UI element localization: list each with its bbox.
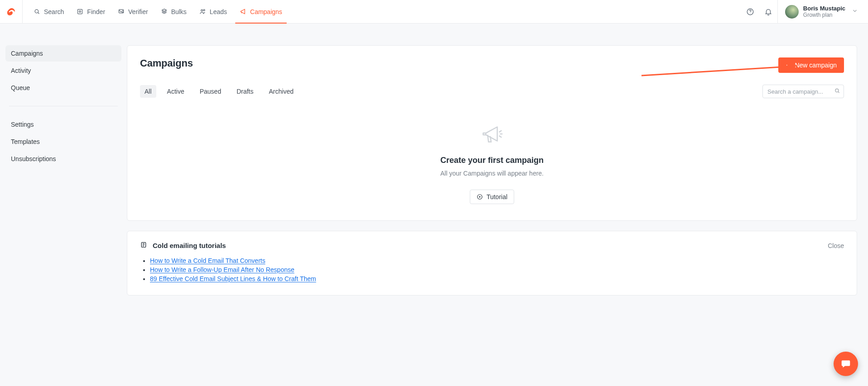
notifications-button[interactable]	[759, 0, 777, 23]
leads-icon	[199, 8, 206, 15]
list-item: How to Write a Cold Email That Converts	[150, 257, 844, 264]
svg-rect-2	[78, 10, 82, 14]
app-logo[interactable]	[0, 0, 23, 23]
sidebar-item-unsubscriptions[interactable]: Unsubscriptions	[5, 151, 121, 167]
nav-leads-label: Leads	[210, 8, 227, 15]
tab-active[interactable]: Active	[163, 85, 189, 98]
topbar-right: Boris Mustapic Growth plan	[741, 0, 868, 23]
chat-icon	[840, 358, 852, 370]
sidebar-item-settings[interactable]: Settings	[5, 116, 121, 133]
tutorial-button[interactable]: Tutorial	[470, 190, 514, 204]
svg-line-1	[38, 13, 39, 14]
sidebar-item-activity[interactable]: Activity	[5, 62, 121, 79]
finder-icon	[77, 8, 83, 15]
tab-archived[interactable]: Archived	[265, 85, 298, 98]
svg-point-13	[835, 89, 839, 92]
svg-point-5	[201, 10, 203, 11]
tab-paused[interactable]: Paused	[195, 85, 226, 98]
nav-verifier[interactable]: Verifier	[111, 0, 154, 23]
plus-icon	[786, 62, 791, 68]
nav-leads[interactable]: Leads	[193, 0, 233, 23]
book-icon	[140, 241, 147, 250]
new-campaign-label: New campaign	[795, 62, 837, 69]
tutorial-link[interactable]: 89 Effective Cold Email Subject Lines & …	[150, 275, 316, 282]
help-button[interactable]	[741, 0, 759, 23]
sidebar-divider	[9, 106, 118, 106]
verifier-icon	[118, 8, 125, 15]
avatar	[785, 5, 799, 19]
svg-point-8	[750, 13, 750, 14]
tab-all[interactable]: All	[140, 85, 156, 98]
tutorial-link[interactable]: How to Write a Cold Email That Converts	[150, 257, 265, 264]
nav-bulks[interactable]: Bulks	[154, 0, 193, 23]
help-icon	[746, 8, 754, 16]
nav-search-label: Search	[44, 8, 64, 15]
svg-point-3	[79, 11, 81, 13]
sidebar: Campaigns Activity Queue Settings Templa…	[0, 24, 127, 173]
nav-campaigns[interactable]: Campaigns	[233, 0, 289, 23]
bell-icon	[764, 8, 772, 16]
tutorials-title: Cold emailing tutorials	[153, 242, 226, 249]
nav-bulks-label: Bulks	[171, 8, 187, 15]
tutorials-list: How to Write a Cold Email That Converts …	[140, 257, 844, 282]
profile-menu[interactable]: Boris Mustapic Growth plan	[777, 0, 862, 23]
svg-point-6	[203, 10, 205, 11]
tutorials-close[interactable]: Close	[828, 242, 844, 249]
filter-tabs: All Active Paused Drafts Archived	[140, 85, 298, 98]
nav-search[interactable]: Search	[27, 0, 70, 23]
new-campaign-button[interactable]: New campaign	[778, 57, 844, 73]
svg-line-14	[838, 92, 839, 93]
campaigns-card: Campaigns New campaign All Active Paused…	[127, 45, 857, 221]
search-icon	[834, 88, 840, 95]
hunter-logo-icon	[6, 6, 17, 17]
nav-verifier-label: Verifier	[128, 8, 148, 15]
top-nav: Search Finder Verifier Bulks Leads	[23, 0, 289, 23]
sidebar-item-campaigns[interactable]: Campaigns	[5, 45, 121, 62]
nav-finder[interactable]: Finder	[70, 0, 111, 23]
play-circle-icon	[477, 194, 483, 200]
main-column: Campaigns New campaign All Active Paused…	[127, 24, 868, 306]
chat-launcher[interactable]	[834, 352, 858, 376]
nav-finder-label: Finder	[87, 8, 105, 15]
tutorials-card: Cold emailing tutorials Close How to Wri…	[127, 231, 857, 295]
sidebar-item-templates[interactable]: Templates	[5, 133, 121, 150]
empty-subtitle: All your Campaigns will appear here.	[440, 170, 544, 177]
campaigns-icon	[240, 8, 246, 15]
empty-title: Create your first campaign	[440, 156, 544, 165]
search-icon	[34, 8, 40, 15]
list-item: 89 Effective Cold Email Subject Lines & …	[150, 275, 844, 282]
svg-marker-16	[479, 196, 481, 198]
chevron-down-icon	[852, 8, 858, 15]
tutorial-button-label: Tutorial	[487, 193, 507, 200]
list-item: How to Write a Follow-Up Email After No …	[150, 266, 844, 273]
empty-state: Create your first campaign All your Camp…	[140, 120, 844, 204]
topbar: Search Finder Verifier Bulks Leads	[0, 0, 868, 24]
svg-point-0	[35, 10, 39, 13]
nav-campaigns-label: Campaigns	[250, 8, 282, 15]
profile-name: Boris Mustapic	[803, 5, 845, 12]
tutorial-link[interactable]: How to Write a Follow-Up Email After No …	[150, 266, 294, 273]
tab-drafts[interactable]: Drafts	[232, 85, 258, 98]
sidebar-item-queue[interactable]: Queue	[5, 80, 121, 96]
profile-plan: Growth plan	[803, 12, 845, 18]
campaign-search-input[interactable]	[762, 85, 844, 98]
bulks-icon	[161, 8, 168, 15]
page-title: Campaigns	[140, 57, 193, 69]
megaphone-icon	[478, 120, 506, 149]
